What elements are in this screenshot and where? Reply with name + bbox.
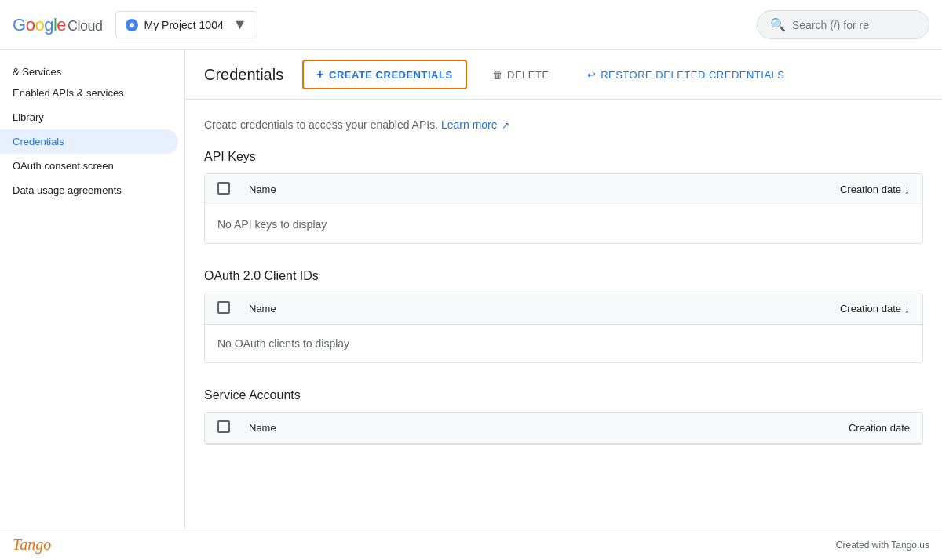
restore-button[interactable]: ↩ RESTORE DELETED CREDENTIALS [575, 63, 798, 87]
checkbox-icon [217, 182, 230, 195]
logo-text: GoogleCloud [13, 15, 103, 35]
sidebar-item-credentials[interactable]: Credentials [0, 129, 178, 154]
restore-icon: ↩ [587, 69, 597, 81]
api-keys-table: Name Creation date ↓ No API keys to disp… [204, 173, 923, 244]
sidebar-item-label: Credentials [13, 136, 64, 147]
api-keys-empty-message: No API keys to display [217, 218, 327, 231]
app-header: GoogleCloud My Project 1004 ▼ 🔍 [0, 0, 942, 50]
page-title: Credentials [204, 66, 283, 84]
api-keys-date-column: Creation date ↓ [800, 184, 910, 196]
search-icon: 🔍 [770, 17, 786, 32]
footer-credit: Created with Tango.us [836, 540, 929, 551]
learn-more-label: Learn more [441, 118, 498, 131]
sidebar-section-title: & Services [0, 56, 184, 81]
create-credentials-button[interactable]: + CREATE CREDENTIALS [302, 60, 466, 89]
main-layout: & Services Enabled APIs & services Libra… [0, 50, 942, 560]
project-name: My Project 1004 [144, 19, 224, 31]
main-content: Credentials + CREATE CREDENTIALS 🗑 DELET… [185, 50, 942, 560]
sidebar-item-oauth-consent[interactable]: OAuth consent screen [0, 154, 178, 178]
oauth-clients-empty-message: No OAuth clients to display [217, 337, 349, 350]
sidebar-item-label: Enabled APIs & services [13, 87, 124, 99]
learn-more-link[interactable]: Learn more ↗ [441, 118, 509, 131]
oauth-clients-table: Name Creation date ↓ No OAuth clients to… [204, 293, 923, 363]
footer: Tango Created with Tango.us [0, 529, 942, 560]
external-link-icon: ↗ [502, 120, 509, 131]
page-header: Credentials + CREATE CREDENTIALS 🗑 DELET… [185, 50, 942, 100]
sidebar-item-label: Library [13, 111, 44, 123]
oauth-clients-title: OAuth 2.0 Client IDs [204, 269, 923, 283]
delete-icon: 🗑 [492, 69, 503, 81]
project-selector[interactable]: My Project 1004 ▼ [115, 11, 257, 38]
service-accounts-title: Service Accounts [204, 388, 923, 402]
checkbox-icon [217, 301, 230, 314]
sidebar-item-label: Data usage agreements [13, 184, 122, 196]
sidebar-item-enabled-apis[interactable]: Enabled APIs & services [0, 81, 178, 105]
sidebar: & Services Enabled APIs & services Libra… [0, 50, 185, 560]
api-keys-title: API Keys [204, 150, 923, 164]
oauth-clients-empty-row: No OAuth clients to display [205, 325, 922, 362]
delete-label: DELETE [507, 69, 550, 81]
api-keys-empty-row: No API keys to display [205, 205, 922, 243]
api-keys-name-column: Name [249, 184, 787, 195]
info-text: Create credentials to access your enable… [204, 118, 923, 131]
delete-button[interactable]: 🗑 DELETE [480, 63, 562, 87]
search-input[interactable] [792, 19, 916, 31]
checkbox-icon [217, 420, 230, 433]
api-keys-table-header: Name Creation date ↓ [205, 174, 922, 205]
service-accounts-date-column: Creation date [800, 422, 910, 434]
google-cloud-logo: GoogleCloud [13, 15, 103, 35]
sidebar-item-label: OAuth consent screen [13, 160, 114, 172]
sort-desc-icon: ↓ [904, 184, 910, 196]
oauth-clients-table-header: Name Creation date ↓ [205, 293, 922, 325]
service-accounts-table-header: Name Creation date [205, 413, 922, 444]
restore-label: RESTORE DELETED CREDENTIALS [601, 69, 784, 81]
service-accounts-select-all-checkbox[interactable] [217, 420, 236, 435]
service-accounts-section: Service Accounts Name Creation date [204, 388, 923, 445]
service-accounts-table: Name Creation date [204, 412, 923, 445]
oauth-clients-date-column: Creation date ↓ [800, 303, 910, 315]
plus-icon: + [316, 67, 324, 82]
api-keys-select-all-checkbox[interactable] [217, 182, 236, 197]
sidebar-item-usage-agreements[interactable]: Data usage agreements [0, 178, 178, 202]
tango-logo: Tango [13, 536, 51, 554]
project-icon [126, 19, 138, 31]
sort-desc-icon: ↓ [904, 303, 910, 315]
create-credentials-label: CREATE CREDENTIALS [329, 69, 453, 81]
service-accounts-name-column: Name [249, 422, 787, 434]
oauth-clients-select-all-checkbox[interactable] [217, 301, 236, 316]
chevron-down-icon: ▼ [233, 16, 247, 33]
oauth-clients-name-column: Name [249, 303, 787, 315]
sidebar-item-library[interactable]: Library [0, 105, 178, 129]
search-bar[interactable]: 🔍 [757, 10, 929, 39]
content-area: Create credentials to access your enable… [185, 100, 942, 489]
